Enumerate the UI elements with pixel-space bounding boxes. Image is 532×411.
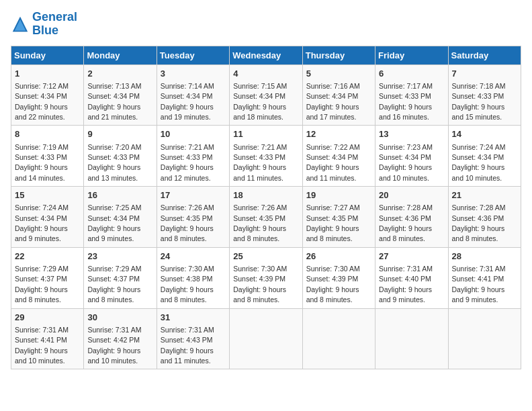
day-number: 14 — [452, 128, 517, 140]
day-number: 30 — [87, 312, 152, 324]
logo-icon — [11, 15, 30, 34]
calendar-cell — [230, 308, 302, 369]
day-number: 12 — [306, 128, 371, 140]
day-number: 4 — [233, 68, 298, 80]
day-number: 21 — [452, 189, 517, 201]
day-detail: Sunrise: 7:30 AMSunset: 4:38 PMDaylight:… — [161, 265, 214, 304]
weekday-header: Friday — [375, 46, 448, 64]
day-number: 31 — [161, 312, 226, 324]
day-detail: Sunrise: 7:30 AMSunset: 4:39 PMDaylight:… — [306, 265, 360, 304]
calendar-cell: 29 Sunrise: 7:31 AMSunset: 4:41 PMDaylig… — [11, 308, 84, 369]
day-detail: Sunrise: 7:21 AMSunset: 4:33 PMDaylight:… — [161, 143, 214, 182]
calendar-week-row: 8 Sunrise: 7:19 AMSunset: 4:33 PMDayligh… — [11, 126, 521, 187]
calendar-table: SundayMondayTuesdayWednesdayThursdayFrid… — [11, 46, 521, 370]
day-number: 9 — [87, 128, 152, 140]
calendar-cell: 11 Sunrise: 7:21 AMSunset: 4:33 PMDaylig… — [230, 126, 302, 187]
calendar-cell: 28 Sunrise: 7:31 AMSunset: 4:41 PMDaylig… — [448, 247, 521, 308]
day-number: 8 — [15, 128, 80, 140]
logo-text: General Blue — [32, 11, 77, 38]
calendar-week-row: 29 Sunrise: 7:31 AMSunset: 4:41 PMDaylig… — [11, 308, 521, 369]
day-number: 1 — [15, 68, 80, 80]
day-detail: Sunrise: 7:26 AMSunset: 4:35 PMDaylight:… — [233, 203, 287, 242]
day-detail: Sunrise: 7:28 AMSunset: 4:36 PMDaylight:… — [452, 203, 506, 242]
day-number: 18 — [233, 189, 298, 201]
day-detail: Sunrise: 7:14 AMSunset: 4:34 PMDaylight:… — [161, 82, 214, 121]
weekday-header: Saturday — [448, 46, 521, 64]
day-number: 26 — [306, 250, 371, 263]
calendar-cell: 21 Sunrise: 7:28 AMSunset: 4:36 PMDaylig… — [448, 187, 521, 248]
day-detail: Sunrise: 7:27 AMSunset: 4:35 PMDaylight:… — [306, 203, 360, 242]
weekday-header-row: SundayMondayTuesdayWednesdayThursdayFrid… — [11, 46, 521, 64]
day-number: 15 — [15, 189, 80, 201]
day-number: 19 — [306, 189, 371, 201]
day-number: 20 — [379, 189, 444, 201]
day-detail: Sunrise: 7:29 AMSunset: 4:37 PMDaylight:… — [15, 265, 69, 304]
calendar-cell: 23 Sunrise: 7:29 AMSunset: 4:37 PMDaylig… — [84, 247, 157, 308]
day-detail: Sunrise: 7:26 AMSunset: 4:35 PMDaylight:… — [161, 203, 214, 242]
calendar-week-row: 15 Sunrise: 7:24 AMSunset: 4:34 PMDaylig… — [11, 187, 521, 248]
calendar-cell: 27 Sunrise: 7:31 AMSunset: 4:40 PMDaylig… — [375, 247, 448, 308]
calendar-cell: 13 Sunrise: 7:23 AMSunset: 4:34 PMDaylig… — [375, 126, 448, 187]
day-number: 13 — [379, 128, 444, 140]
day-detail: Sunrise: 7:22 AMSunset: 4:34 PMDaylight:… — [306, 143, 360, 182]
calendar-cell: 17 Sunrise: 7:26 AMSunset: 4:35 PMDaylig… — [157, 187, 229, 248]
calendar-cell: 8 Sunrise: 7:19 AMSunset: 4:33 PMDayligh… — [11, 126, 84, 187]
day-detail: Sunrise: 7:24 AMSunset: 4:34 PMDaylight:… — [452, 143, 506, 182]
calendar-cell: 31 Sunrise: 7:31 AMSunset: 4:43 PMDaylig… — [157, 308, 229, 369]
day-number: 6 — [379, 68, 444, 80]
calendar-cell: 1 Sunrise: 7:12 AMSunset: 4:34 PMDayligh… — [11, 64, 84, 126]
day-number: 3 — [161, 68, 226, 80]
day-detail: Sunrise: 7:28 AMSunset: 4:36 PMDaylight:… — [379, 203, 433, 242]
calendar-cell: 5 Sunrise: 7:16 AMSunset: 4:34 PMDayligh… — [302, 64, 375, 126]
day-detail: Sunrise: 7:19 AMSunset: 4:33 PMDaylight:… — [15, 143, 69, 182]
weekday-header: Sunday — [11, 46, 84, 64]
calendar-cell: 7 Sunrise: 7:18 AMSunset: 4:33 PMDayligh… — [448, 64, 521, 126]
day-detail: Sunrise: 7:31 AMSunset: 4:40 PMDaylight:… — [379, 265, 433, 304]
calendar-cell: 2 Sunrise: 7:13 AMSunset: 4:34 PMDayligh… — [84, 64, 157, 126]
day-number: 25 — [233, 250, 298, 263]
day-detail: Sunrise: 7:21 AMSunset: 4:33 PMDaylight:… — [233, 143, 287, 182]
day-number: 7 — [452, 68, 517, 80]
calendar-cell: 12 Sunrise: 7:22 AMSunset: 4:34 PMDaylig… — [302, 126, 375, 187]
calendar-cell: 14 Sunrise: 7:24 AMSunset: 4:34 PMDaylig… — [448, 126, 521, 187]
calendar-cell — [302, 308, 375, 369]
calendar-cell: 26 Sunrise: 7:30 AMSunset: 4:39 PMDaylig… — [302, 247, 375, 308]
day-detail: Sunrise: 7:31 AMSunset: 4:43 PMDaylight:… — [161, 326, 214, 365]
day-detail: Sunrise: 7:31 AMSunset: 4:41 PMDaylight:… — [15, 326, 69, 365]
calendar-cell: 25 Sunrise: 7:30 AMSunset: 4:39 PMDaylig… — [230, 247, 302, 308]
calendar-week-row: 22 Sunrise: 7:29 AMSunset: 4:37 PMDaylig… — [11, 247, 521, 308]
calendar-cell: 19 Sunrise: 7:27 AMSunset: 4:35 PMDaylig… — [302, 187, 375, 248]
day-detail: Sunrise: 7:25 AMSunset: 4:34 PMDaylight:… — [87, 203, 141, 242]
day-number: 16 — [87, 189, 152, 201]
calendar-cell: 24 Sunrise: 7:30 AMSunset: 4:38 PMDaylig… — [157, 247, 229, 308]
day-number: 29 — [15, 312, 80, 324]
calendar-cell: 15 Sunrise: 7:24 AMSunset: 4:34 PMDaylig… — [11, 187, 84, 248]
logo: General Blue — [11, 11, 77, 38]
calendar-cell — [375, 308, 448, 369]
day-detail: Sunrise: 7:16 AMSunset: 4:34 PMDaylight:… — [306, 82, 360, 121]
day-detail: Sunrise: 7:15 AMSunset: 4:34 PMDaylight:… — [233, 82, 287, 121]
calendar-cell: 18 Sunrise: 7:26 AMSunset: 4:35 PMDaylig… — [230, 187, 302, 248]
weekday-header: Wednesday — [230, 46, 302, 64]
calendar-cell: 20 Sunrise: 7:28 AMSunset: 4:36 PMDaylig… — [375, 187, 448, 248]
day-detail: Sunrise: 7:20 AMSunset: 4:33 PMDaylight:… — [87, 143, 141, 182]
calendar-cell: 6 Sunrise: 7:17 AMSunset: 4:33 PMDayligh… — [375, 64, 448, 126]
day-detail: Sunrise: 7:31 AMSunset: 4:41 PMDaylight:… — [452, 265, 506, 304]
day-detail: Sunrise: 7:13 AMSunset: 4:34 PMDaylight:… — [87, 82, 141, 121]
calendar-week-row: 1 Sunrise: 7:12 AMSunset: 4:34 PMDayligh… — [11, 64, 521, 126]
calendar-cell: 4 Sunrise: 7:15 AMSunset: 4:34 PMDayligh… — [230, 64, 302, 126]
day-number: 24 — [161, 250, 226, 263]
day-detail: Sunrise: 7:23 AMSunset: 4:34 PMDaylight:… — [379, 143, 433, 182]
day-detail: Sunrise: 7:29 AMSunset: 4:37 PMDaylight:… — [87, 265, 141, 304]
day-number: 28 — [452, 250, 517, 263]
day-detail: Sunrise: 7:24 AMSunset: 4:34 PMDaylight:… — [15, 203, 69, 242]
day-detail: Sunrise: 7:12 AMSunset: 4:34 PMDaylight:… — [15, 82, 69, 121]
day-number: 2 — [87, 68, 152, 80]
calendar-cell: 22 Sunrise: 7:29 AMSunset: 4:37 PMDaylig… — [11, 247, 84, 308]
calendar-cell — [448, 308, 521, 369]
day-number: 17 — [161, 189, 226, 201]
weekday-header: Tuesday — [157, 46, 229, 64]
day-detail: Sunrise: 7:30 AMSunset: 4:39 PMDaylight:… — [233, 265, 287, 304]
day-detail: Sunrise: 7:31 AMSunset: 4:42 PMDaylight:… — [87, 326, 141, 365]
day-detail: Sunrise: 7:18 AMSunset: 4:33 PMDaylight:… — [452, 82, 506, 121]
